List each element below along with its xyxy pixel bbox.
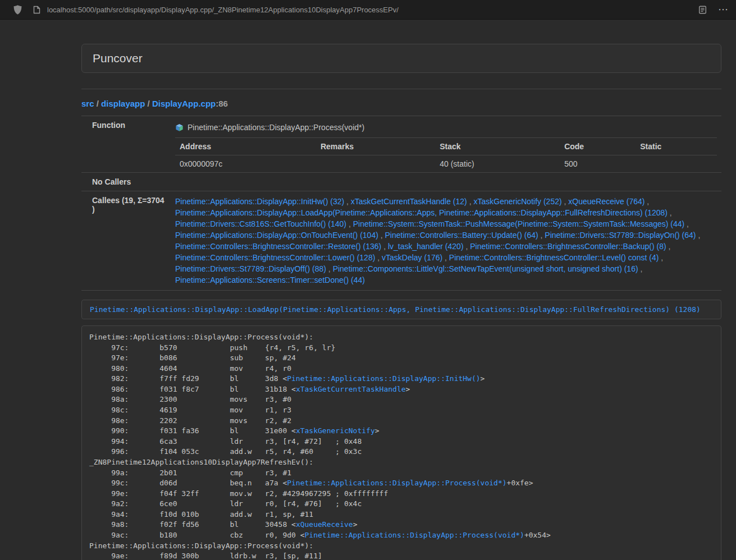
- no-callers-label: No Callers: [81, 173, 171, 191]
- stats-value: 0x0000097c: [175, 155, 316, 173]
- disassembly-panel: Pinetime::Applications::DisplayApp::Proc…: [81, 325, 721, 560]
- breadcrumb-link[interactable]: src: [81, 99, 94, 108]
- function-name: Pinetime::Applications::DisplayApp::Proc…: [188, 123, 364, 132]
- callee-separator: ,: [659, 253, 663, 262]
- callee-separator: ,: [326, 264, 333, 273]
- shield-icon[interactable]: [13, 4, 22, 15]
- callee-link[interactable]: Pinetime::Controllers::BrightnessControl…: [175, 253, 375, 262]
- breadcrumb: src / displayapp / DisplayApp.cpp:86: [81, 99, 721, 108]
- callee-link[interactable]: Pinetime::Components::LittleVgl::SetNewT…: [333, 264, 638, 273]
- callee-link[interactable]: Pinetime::Controllers::BrightnessControl…: [449, 253, 659, 262]
- breadcrumb-link[interactable]: displayapp: [101, 99, 145, 108]
- table-row-callees: Callees (19, Σ=3704 ) Pinetime::Applicat…: [81, 191, 721, 291]
- highlight-symbol-link[interactable]: Pinetime::Applications::DisplayApp::Load…: [90, 305, 701, 314]
- callee-separator: ,: [442, 253, 449, 262]
- code-symbol-link[interactable]: xQueueReceive: [296, 520, 353, 529]
- callee-separator: ,: [668, 208, 672, 217]
- table-row-function: Function Pinetime::Applications::Display…: [81, 116, 721, 173]
- callee-separator: ,: [538, 231, 545, 240]
- app-header-panel: Puncover: [81, 44, 721, 73]
- callee-separator: ,: [381, 242, 388, 251]
- browser-topbar: localhost:5000/path/src/displayapp/Displ…: [0, 0, 736, 20]
- stats-value: 500: [560, 155, 636, 173]
- callee-separator: ,: [638, 264, 643, 273]
- callee-separator: ,: [467, 197, 474, 206]
- method-icon: [175, 123, 184, 132]
- stats-table: AddressRemarksStackCodeStatic 0x0000097c…: [175, 137, 717, 172]
- callees-label: Callees (19, Σ=3704 ): [81, 191, 171, 291]
- function-table: Function Pinetime::Applications::Display…: [81, 116, 721, 291]
- callee-link[interactable]: xTaskGetCurrentTaskHandle (12): [351, 197, 467, 206]
- callee-separator: ,: [684, 219, 689, 228]
- callee-separator: ,: [378, 231, 385, 240]
- stats-header-code: Code: [560, 138, 636, 155]
- stats-value-row: 0x0000097c40 (static)500: [175, 155, 717, 173]
- callee-link[interactable]: Pinetime::Applications::Screens::Timer::…: [175, 276, 365, 284]
- stats-value: [636, 155, 717, 173]
- main-content: Puncover src / displayapp / DisplayApp.c…: [81, 44, 721, 560]
- stats-header-remarks: Remarks: [316, 138, 435, 155]
- callee-link[interactable]: Pinetime::Controllers::BrightnessControl…: [470, 242, 666, 251]
- callee-separator: ,: [562, 197, 569, 206]
- url-path: :5000/path/src/displayapp/DisplayApp.cpp…: [76, 6, 399, 14]
- stats-value: 40 (static): [435, 155, 560, 173]
- breadcrumb-link[interactable]: DisplayApp.cpp: [152, 99, 216, 108]
- code-symbol-link[interactable]: Pinetime::Applications::DisplayApp::Proc…: [287, 479, 506, 487]
- stats-header-stack: Stack: [435, 138, 560, 155]
- no-callers-value: [171, 173, 721, 191]
- callee-separator: ,: [666, 242, 671, 251]
- code-symbol-link[interactable]: Pinetime::Applications::DisplayApp::Proc…: [305, 531, 524, 539]
- stats-header-row: AddressRemarksStackCodeStatic: [175, 138, 717, 155]
- table-row-no-callers: No Callers: [81, 173, 721, 191]
- callees-list: Pinetime::Applications::DisplayApp::Init…: [171, 191, 721, 291]
- breadcrumb-separator: /: [145, 99, 152, 108]
- function-name-line: Pinetime::Applications::DisplayApp::Proc…: [175, 121, 717, 134]
- callee-link[interactable]: Pinetime::Applications::DisplayApp::Load…: [175, 208, 668, 217]
- page-icon[interactable]: [33, 6, 40, 14]
- overflow-menu-icon[interactable]: ⋯: [718, 4, 728, 15]
- highlight-panel: Pinetime::Applications::DisplayApp::Load…: [81, 300, 721, 319]
- function-row-label: Function: [81, 116, 171, 173]
- callee-link[interactable]: Pinetime::Controllers::BrightnessControl…: [175, 242, 381, 251]
- code-symbol-link[interactable]: xTaskGenericNotify: [296, 426, 375, 435]
- callee-link[interactable]: Pinetime::Drivers::St7789::DisplayOff() …: [175, 264, 326, 273]
- callee-link[interactable]: Pinetime::Controllers::Battery::Update()…: [385, 231, 538, 240]
- breadcrumb-line-number: :86: [216, 99, 228, 108]
- code-symbol-link[interactable]: xTaskGetCurrentTaskHandle: [296, 385, 406, 393]
- callee-separator: ,: [644, 197, 649, 206]
- callee-separator: ,: [344, 197, 351, 206]
- callee-link[interactable]: xQueueReceive (764): [568, 197, 644, 206]
- callee-link[interactable]: Pinetime::Applications::DisplayApp::OnTo…: [175, 231, 378, 240]
- callee-link[interactable]: Pinetime::Applications::DisplayApp::Init…: [175, 197, 344, 206]
- stats-header-static: Static: [636, 138, 717, 155]
- stats-header-address: Address: [175, 138, 316, 155]
- page-title: Puncover: [93, 52, 710, 65]
- callee-link[interactable]: xTaskGenericNotify (252): [473, 197, 561, 206]
- stats-value: [316, 155, 435, 173]
- code-symbol-link[interactable]: Pinetime::Applications::DisplayApp::Init…: [287, 374, 480, 383]
- divider: [81, 89, 721, 89]
- callee-link[interactable]: vTaskDelay (176): [382, 253, 442, 262]
- reader-view-icon[interactable]: [698, 6, 707, 14]
- callee-link[interactable]: Pinetime::System::SystemTask::PushMessag…: [353, 219, 685, 228]
- callee-separator: ,: [696, 231, 701, 240]
- callee-link[interactable]: Pinetime::Drivers::Cst816S::GetTouchInfo…: [175, 219, 346, 228]
- disassembly-listing: Pinetime::Applications::DisplayApp::Proc…: [89, 332, 714, 560]
- address-bar[interactable]: localhost:5000/path/src/displayapp/Displ…: [47, 6, 698, 14]
- callee-separator: ,: [375, 253, 382, 262]
- url-host: localhost: [47, 6, 76, 14]
- callee-link[interactable]: Pinetime::Drivers::St7789::DisplayOn() (…: [545, 231, 696, 240]
- callee-link[interactable]: lv_task_handler (420): [388, 242, 464, 251]
- callee-separator: ,: [346, 219, 353, 228]
- breadcrumb-separator: /: [94, 99, 102, 108]
- callee-separator: ,: [464, 242, 470, 251]
